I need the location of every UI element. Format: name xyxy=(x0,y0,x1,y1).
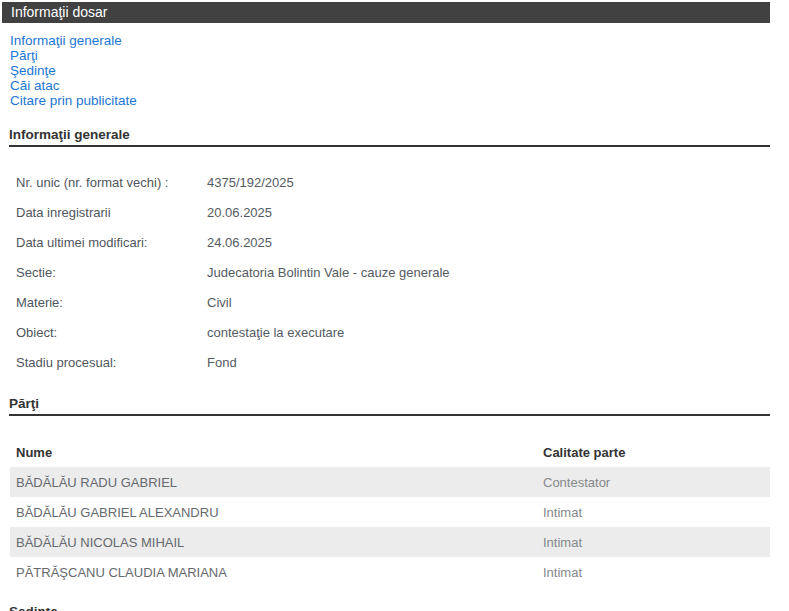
info-label: Sectie: xyxy=(16,265,207,280)
party-name: BĂDĂLĂU GABRIEL ALEXANDRU xyxy=(16,505,543,520)
info-value: contestaţie la executare xyxy=(207,325,344,340)
party-role: Intimat xyxy=(543,505,582,520)
info-row-nr-unic: Nr. unic (nr. format vechi) : 4375/192/2… xyxy=(0,167,770,197)
party-name: BĂDĂLĂU RADU GABRIEL xyxy=(16,475,543,490)
info-label: Data ultimei modificari: xyxy=(16,235,207,250)
section-heading-parti: Părţi xyxy=(9,396,770,416)
info-label: Data inregistrarii xyxy=(16,205,207,220)
info-label: Materie: xyxy=(16,295,207,310)
info-value: 4375/192/2025 xyxy=(207,175,294,190)
info-label: Nr. unic (nr. format vechi) : xyxy=(16,175,207,190)
table-row: PĂTRĂŞCANU CLAUDIA MARIANA Intimat xyxy=(10,557,770,587)
info-label: Obiect: xyxy=(16,325,207,340)
section-heading-informatii-generale: Informaţii generale xyxy=(9,127,770,147)
info-value: Judecatoria Bolintin Vale - cauze genera… xyxy=(207,265,450,280)
nav-link-cai-atac[interactable]: Căi atac xyxy=(10,78,137,93)
general-info-rows: Nr. unic (nr. format vechi) : 4375/192/2… xyxy=(0,167,770,377)
party-role: Contestator xyxy=(543,475,610,490)
info-label: Stadiu procesual: xyxy=(16,355,207,370)
nav-link-sedinte[interactable]: Şedinţe xyxy=(10,63,137,78)
titlebar-title: Informaţii dosar xyxy=(11,4,107,20)
nav-link-informatii-generale[interactable]: Informaţii generale xyxy=(10,33,137,48)
info-row-stadiu: Stadiu procesual: Fond xyxy=(0,347,770,377)
nav-links: Informaţii generale Părţi Şedinţe Căi at… xyxy=(10,33,137,108)
column-header-nume: Nume xyxy=(16,445,543,460)
titlebar: Informaţii dosar xyxy=(2,2,770,23)
info-row-obiect: Obiect: contestaţie la executare xyxy=(0,317,770,347)
party-name: PĂTRĂŞCANU CLAUDIA MARIANA xyxy=(16,565,543,580)
table-row: BĂDĂLĂU RADU GABRIEL Contestator xyxy=(10,467,770,497)
info-row-data-inregistrarii: Data inregistrarii 20.06.2025 xyxy=(0,197,770,227)
info-row-data-modificari: Data ultimei modificari: 24.06.2025 xyxy=(0,227,770,257)
party-role: Intimat xyxy=(543,565,582,580)
parti-table: Nume Calitate parte BĂDĂLĂU RADU GABRIEL… xyxy=(0,437,770,587)
info-value: Fond xyxy=(207,355,237,370)
info-value: 24.06.2025 xyxy=(207,235,272,250)
party-name: BĂDĂLĂU NICOLAS MIHAIL xyxy=(16,535,543,550)
nav-link-citare-publicitate[interactable]: Citare prin publicitate xyxy=(10,93,137,108)
section-heading-sedinte: Şedinţe xyxy=(9,604,58,611)
info-row-sectie: Sectie: Judecatoria Bolintin Vale - cauz… xyxy=(0,257,770,287)
table-row: BĂDĂLĂU GABRIEL ALEXANDRU Intimat xyxy=(10,497,770,527)
nav-link-parti[interactable]: Părţi xyxy=(10,48,137,63)
table-header-row: Nume Calitate parte xyxy=(10,437,770,467)
info-value: Civil xyxy=(207,295,232,310)
party-role: Intimat xyxy=(543,535,582,550)
info-value: 20.06.2025 xyxy=(207,205,272,220)
table-row: BĂDĂLĂU NICOLAS MIHAIL Intimat xyxy=(10,527,770,557)
info-row-materie: Materie: Civil xyxy=(0,287,770,317)
column-header-calitate-parte: Calitate parte xyxy=(543,445,625,460)
